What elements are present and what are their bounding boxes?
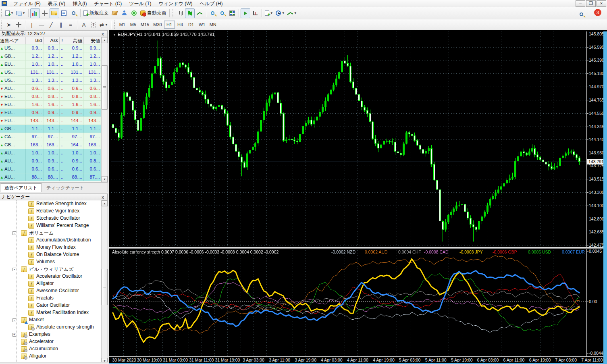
market-watch-row-8[interactable]: ▼EU...0.9...0.9.....0.9...0.9... — [0, 109, 102, 117]
new-order-button[interactable]: +新規注文 — [82, 8, 110, 18]
cursor-tool-button[interactable]: ➤ — [4, 20, 14, 29]
timeframe-h1[interactable]: H1 — [164, 21, 175, 29]
menu-item-1[interactable]: 表示 (V) — [44, 0, 69, 7]
tree-item-williams-percent-range[interactable]: fWilliams' Percent Range — [0, 222, 101, 229]
zoom-in-button[interactable] — [208, 8, 218, 18]
indicator-axis[interactable]: 0.00450.00-0.0044 — [586, 249, 603, 356]
toolbar-grip[interactable] — [1, 21, 3, 29]
market-watch-row-7[interactable]: ▼EU...1.6...1.6.....1.6...1.6... — [0, 101, 102, 109]
tree-item-accelerator-oscillator[interactable]: fAccelerator Oscillator — [0, 273, 101, 280]
timeframe-m5[interactable]: M5 — [128, 21, 139, 29]
toolbar-grip[interactable] — [1, 9, 3, 17]
chart-shift-button[interactable] — [250, 8, 260, 18]
community-button[interactable] — [120, 8, 129, 18]
scroll-down-icon[interactable]: ▼ — [102, 176, 108, 182]
tree-item-on-balance-volume[interactable]: fOn Balance Volume — [0, 251, 101, 258]
new-chart-button[interactable]: +▼ — [4, 8, 15, 18]
menu-item-5[interactable]: ウィンドウ (W) — [155, 0, 196, 7]
terminal-toggle[interactable] — [59, 8, 69, 18]
market-watch-toggle[interactable] — [30, 8, 40, 18]
navigator-titlebar[interactable]: ナビゲーター x — [0, 193, 108, 200]
tree-item-relative-strength-index[interactable]: fRelative Strength Index — [0, 200, 101, 208]
restore-button[interactable]: ❐ — [586, 0, 596, 7]
market-watch-row-3[interactable]: ▲US...131...131.....131...131... — [0, 69, 102, 77]
auto-scroll-button[interactable] — [241, 8, 250, 18]
tree-item-gator-oscillator[interactable]: fGator Oscillator — [0, 302, 101, 309]
market-watch-row-13[interactable]: ▲AU...1.0...1.0.....1.0...1.0... — [0, 149, 102, 157]
tree-item-volumes[interactable]: fVolumes — [0, 258, 101, 266]
menu-item-4[interactable]: ツール (T) — [125, 0, 155, 7]
toolbar-grip[interactable] — [173, 9, 174, 17]
notifications-badge[interactable]: 3 — [594, 9, 601, 16]
timeframe-m15[interactable]: M15 — [139, 21, 151, 29]
tree-item-relative-vigor-index[interactable]: fRelative Vigor Index — [0, 208, 101, 215]
expand-box-icon[interactable]: + — [12, 333, 16, 337]
menu-item-2[interactable]: 挿入(I) — [69, 0, 90, 7]
search-button[interactable] — [576, 9, 586, 19]
line-chart-button[interactable] — [195, 8, 204, 18]
tile-windows-button[interactable] — [227, 8, 237, 18]
templates-dropdown[interactable]: ▼ — [286, 8, 298, 18]
text-tool-button[interactable]: A — [79, 20, 89, 29]
market-watch-scrollbar[interactable]: ▲ ▼ — [101, 37, 108, 182]
menu-item-0[interactable]: ファイル (F) — [10, 0, 44, 7]
tree-item--[interactable]: -fボリューム — [0, 229, 101, 237]
vline-tool-button[interactable]: | — [27, 20, 37, 29]
signals-button[interactable] — [129, 8, 139, 18]
profiles-button[interactable]: ▼ — [15, 8, 27, 18]
market-watch-row-14[interactable]: ▲AU...0.9...0.9.....0.9...0.8... — [0, 157, 102, 165]
column-header-2[interactable]: Ask — [44, 37, 60, 44]
collapse-box-icon[interactable]: - — [12, 231, 16, 235]
tree-item-alligator[interactable]: fAlligator — [0, 280, 101, 287]
zoom-out-button[interactable] — [218, 8, 227, 18]
market-watch-titlebar[interactable]: 気配値表示: 12:25:27 x — [0, 30, 108, 37]
tree-item-market-facilitation-index[interactable]: fMarket Facilitation Index — [0, 309, 101, 316]
tree-item-money-flow-index[interactable]: fMoney Flow Index — [0, 244, 101, 251]
column-header-1[interactable]: Bid — [26, 37, 44, 44]
tree-item-accumulation[interactable]: fAccumulation — [0, 345, 101, 353]
toolbar-grip[interactable] — [114, 21, 116, 29]
collapse-triangle-icon[interactable]: ▼ — [113, 33, 116, 37]
fibonacci-tool-button[interactable]: ≡ — [66, 20, 75, 29]
time-axis[interactable]: 30 Mar 202330 Mar 19:0031 Mar 03:0031 Ma… — [109, 356, 603, 363]
column-header-0[interactable]: 通貨ペア — [0, 37, 26, 44]
minimize-button[interactable]: – — [576, 0, 585, 7]
tree-item-accumulation-distribution[interactable]: fAccumulation/Distribution — [0, 237, 101, 244]
main-chart-plot[interactable]: ▼EURJPY,H1 143.841 143.859 143.778 143.7… — [111, 31, 586, 247]
indicators-dropdown[interactable]: +▼ — [264, 8, 274, 18]
trendline-tool-button[interactable]: ╱ — [46, 20, 56, 29]
market-watch-row-1[interactable]: ▲GB...1.2...1.2.....1.2...1.2... — [0, 52, 102, 60]
shapes-dropdown[interactable]: ⇄▼ — [98, 20, 109, 29]
timeframe-m30[interactable]: M30 — [151, 21, 164, 29]
column-header-3[interactable]: ! — [60, 37, 66, 44]
market-watch-row-0[interactable]: ▲US...0.9...0.9.....0.9...0.9... — [0, 44, 102, 52]
column-header-5[interactable]: 安値 — [84, 37, 102, 44]
column-header-4[interactable]: 高値 — [66, 37, 84, 44]
metaeditor-button[interactable] — [110, 8, 120, 18]
market-watch-row-15[interactable]: ▲AU...0.6...0.6.....0.6...0.6... — [0, 165, 102, 173]
scrollbar-thumb[interactable] — [102, 269, 108, 305]
tree-item-stochastic-oscillator[interactable]: fStochastic Oscillator — [0, 215, 101, 222]
market-watch-row-6[interactable]: ▼EU...0.8...0.8.....0.8...0.8... — [0, 93, 102, 101]
market-watch-row-5[interactable]: ▼AU...0.6...0.6.....0.6...0.6... — [0, 85, 102, 93]
market-watch-row-2[interactable]: ▲EU...1.0...1.0.....1.0...1.0... — [0, 60, 102, 69]
data-window-toggle[interactable] — [40, 8, 50, 18]
tree-item-absolute-currency-strength[interactable]: fAbsolute currency strength — [0, 324, 101, 331]
tree-item--[interactable]: -fビル・ウィリアムズ — [0, 266, 101, 273]
timeframe-h4[interactable]: H4 — [175, 21, 186, 29]
timeframe-mn[interactable]: MN — [208, 21, 218, 29]
market-watch-row-16[interactable]: ▲AU...88....88......88....87.... — [0, 173, 102, 181]
market-watch-header[interactable]: 通貨ペアBidAsk!高値安値 — [0, 37, 102, 44]
menu-item-6[interactable]: ヘルプ (H) — [196, 0, 227, 7]
bar-chart-button[interactable] — [175, 8, 185, 18]
crosshair-tool-button[interactable] — [14, 20, 23, 29]
timeframe-w1[interactable]: W1 — [197, 21, 208, 29]
tree-item-accelerator[interactable]: fAccelerator — [0, 338, 101, 345]
scroll-up-icon[interactable]: ▲ — [102, 37, 108, 43]
navigator-scrollbar[interactable]: ▲ ▼ — [101, 200, 108, 364]
close-button[interactable]: × — [597, 0, 606, 7]
close-icon[interactable]: x — [100, 31, 106, 36]
market-watch-row-9[interactable]: ▼EU...143...143.....144...143... — [0, 117, 102, 125]
price-axis[interactable]: 145.805145.595145.390145.180144.970144.7… — [586, 31, 603, 247]
market-watch-row-11[interactable]: ▲CA...97....97......97....97.... — [0, 133, 102, 141]
